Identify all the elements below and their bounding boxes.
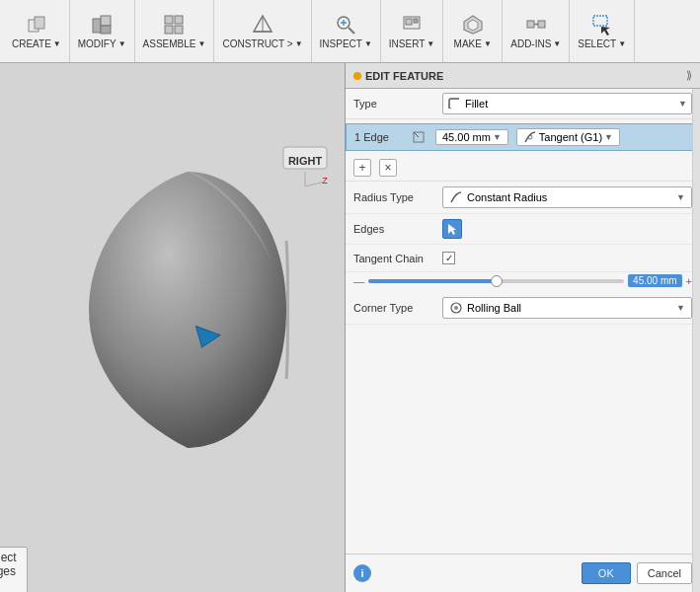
checkmark: ✓ (445, 253, 453, 263)
panel-header: EDIT FEATURE ⟫ (346, 63, 700, 89)
svg-rect-24 (593, 16, 607, 26)
ok-button[interactable]: OK (582, 562, 631, 584)
corner-type-control: Rolling Ball ▼ (442, 297, 692, 319)
constant-radius-icon (449, 190, 463, 204)
main-area: RIGHT Z Select edges to Fillet EDIT FEAT… (0, 63, 700, 592)
type-label: Type (353, 98, 442, 110)
svg-rect-1 (35, 17, 44, 29)
toolbar-make[interactable]: MAKE▼ (443, 0, 503, 62)
tangent-chain-control: ✓ (442, 252, 692, 264)
slider-fill (368, 279, 497, 283)
svg-marker-36 (448, 224, 456, 235)
assemble-icons (162, 13, 186, 37)
svg-rect-6 (175, 16, 183, 24)
add-remove-row: + × (346, 155, 700, 182)
toolbar-inspect[interactable]: INSPECT▼ (312, 0, 381, 62)
inspect-label: INSPECT▼ (320, 38, 372, 49)
slider-value[interactable]: 45.00 mm (628, 274, 681, 287)
cancel-button[interactable]: Cancel (637, 562, 692, 584)
make-icon (461, 13, 485, 37)
make-label: MAKE▼ (454, 38, 492, 49)
type-select[interactable]: Fillet ▼ (442, 93, 692, 114)
svg-rect-5 (165, 16, 173, 24)
tangent-box[interactable]: Tangent (G1) ▼ (516, 128, 620, 146)
construct-icons (251, 13, 274, 37)
inspect-icon (334, 13, 357, 37)
radius-type-label: Radius Type (353, 191, 442, 203)
panel-title: EDIT FEATURE (353, 70, 443, 82)
radius-type-select[interactable]: Constant Radius ▼ (442, 186, 692, 208)
addins-label: ADD-INS▼ (510, 38, 561, 49)
toolbar-insert[interactable]: INSERT▼ (381, 0, 443, 62)
svg-marker-25 (601, 27, 610, 36)
info-icon[interactable]: i (353, 564, 371, 582)
edge-icon (412, 129, 428, 145)
svg-point-38 (454, 306, 458, 310)
viewport[interactable]: RIGHT Z Select edges to Fillet (0, 63, 345, 592)
cursor-icon (445, 222, 459, 236)
edge-label: 1 Edge (354, 131, 404, 143)
edge-select-cursor[interactable] (442, 219, 462, 239)
svg-rect-21 (527, 21, 534, 28)
create-icon-1 (25, 13, 48, 37)
addins-icon (524, 13, 548, 37)
svg-line-13 (349, 28, 354, 34)
3d-shape (79, 162, 296, 458)
corner-type-arrow: ▼ (676, 303, 685, 313)
select-icon (590, 13, 614, 37)
slider-minus[interactable]: — (353, 275, 364, 287)
assemble-icon (162, 13, 186, 37)
edit-panel: EDIT FEATURE ⟫ Type Fillet ▼ 1 Edge (345, 63, 700, 592)
fillet-icon (447, 97, 461, 111)
toolbar-create[interactable]: CREATE▼ (4, 0, 70, 62)
select-icons (590, 13, 614, 37)
edges-row: Edges (346, 214, 700, 245)
corner-type-select[interactable]: Rolling Ball ▼ (442, 297, 692, 319)
view-cube[interactable]: RIGHT Z (275, 132, 335, 191)
tangent-chain-label: Tangent Chain (353, 253, 442, 264)
modify-icons (90, 13, 114, 37)
toolbar-construct[interactable]: CONSTRUCT >▼ (214, 0, 311, 62)
svg-text:Z: Z (322, 176, 328, 185)
radius-type-row: Radius Type Constant Radius ▼ (346, 182, 700, 214)
rolling-ball-icon (449, 301, 463, 315)
panel-expand-icon[interactable]: ⟫ (686, 69, 692, 82)
svg-rect-22 (538, 21, 545, 28)
radius-type-control: Constant Radius ▼ (442, 186, 692, 208)
edge-value-box[interactable]: 45.00 mm ▼ (435, 129, 508, 145)
select-label: SELECT▼ (578, 38, 626, 49)
modify-icon (90, 13, 114, 37)
tangent-chain-checkbox[interactable]: ✓ (442, 252, 455, 264)
panel-footer: i OK Cancel (346, 554, 700, 592)
inspect-icons (334, 13, 357, 37)
construct-label: CONSTRUCT >▼ (222, 38, 302, 49)
insert-icons (400, 13, 424, 37)
add-button[interactable]: + (353, 159, 371, 177)
svg-rect-18 (414, 19, 418, 23)
assemble-label: ASSEMBLE▼ (143, 38, 206, 49)
svg-line-34 (414, 132, 419, 137)
slider-thumb[interactable] (491, 275, 503, 287)
modify-label: MODIFY▼ (78, 38, 126, 49)
svg-rect-2 (93, 19, 101, 33)
slider-row: — 45.00 mm + (346, 272, 700, 292)
edge-value-arrow: ▼ (493, 132, 502, 142)
panel-scrollbar[interactable] (692, 89, 700, 592)
svg-rect-4 (101, 26, 111, 34)
edges-label: Edges (353, 223, 442, 235)
addins-icons (524, 13, 548, 37)
tangent-arrow: ▼ (604, 132, 613, 142)
remove-button[interactable]: × (379, 159, 397, 177)
panel-dot (353, 72, 361, 80)
toolbar-addins[interactable]: ADD-INS▼ (503, 0, 570, 62)
toolbar-modify[interactable]: MODIFY▼ (70, 0, 135, 62)
svg-text:RIGHT: RIGHT (288, 155, 323, 167)
toolbar-assemble[interactable]: ASSEMBLE▼ (135, 0, 215, 62)
toolbar-select[interactable]: SELECT▼ (570, 0, 635, 62)
corner-type-row: Corner Type Rolling Ball ▼ (346, 292, 700, 325)
edge-row[interactable]: 1 Edge 45.00 mm ▼ Tangent (G1) ▼ (346, 123, 700, 151)
svg-rect-3 (101, 16, 111, 26)
radius-type-arrow: ▼ (676, 192, 685, 202)
slider-track[interactable] (368, 279, 624, 283)
corner-type-label: Corner Type (353, 302, 442, 314)
